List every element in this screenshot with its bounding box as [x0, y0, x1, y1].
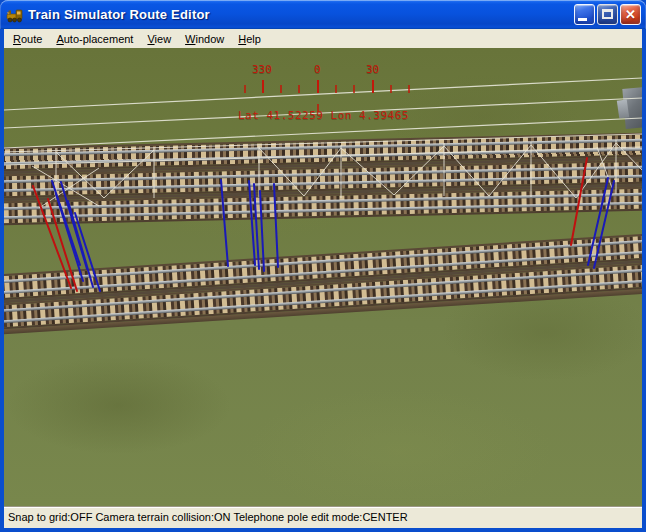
- window-frame: Train Simulator Route Editor ✕ Route Aut…: [0, 0, 646, 532]
- viewport-3d[interactable]: 330 0 30 Lat 41.52259 Lon 4.39465: [4, 48, 642, 506]
- menu-bar: Route Auto-placement View Window Help: [4, 29, 642, 48]
- track-band-upper: [4, 132, 642, 225]
- maximize-button[interactable]: [597, 4, 618, 25]
- compass-ticks: [245, 80, 409, 112]
- close-button[interactable]: ✕: [620, 4, 641, 25]
- window-title: Train Simulator Route Editor: [28, 7, 210, 22]
- status-bar: Snap to grid:OFF Camera terrain collisio…: [4, 506, 642, 528]
- compass-label-30: 30: [366, 63, 379, 76]
- menu-item-route[interactable]: Route: [6, 31, 49, 47]
- menu-item-auto-placement[interactable]: Auto-placement: [49, 31, 140, 47]
- minimize-button[interactable]: [574, 4, 595, 25]
- maximize-icon: [602, 9, 613, 19]
- compass-label-330: 330: [252, 63, 272, 76]
- menu-item-window[interactable]: Window: [178, 31, 231, 47]
- track-band-lower: [4, 233, 642, 335]
- title-bar[interactable]: Train Simulator Route Editor ✕: [0, 0, 646, 29]
- lat-lon-readout: Lat 41.52259 Lon 4.39465: [238, 109, 409, 122]
- compass-label-0: 0: [314, 63, 321, 76]
- menu-item-help[interactable]: Help: [231, 31, 268, 47]
- steam-train-icon: [6, 7, 24, 23]
- minimize-icon: [578, 18, 587, 21]
- distant-building: [616, 84, 642, 128]
- window-controls: ✕: [574, 4, 641, 25]
- status-text: Snap to grid:OFF Camera terrain collisio…: [8, 511, 408, 523]
- menu-item-view[interactable]: View: [140, 31, 178, 47]
- close-icon: ✕: [621, 5, 640, 24]
